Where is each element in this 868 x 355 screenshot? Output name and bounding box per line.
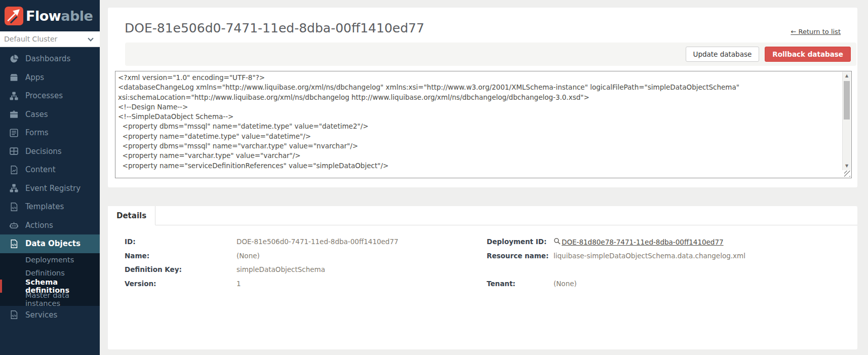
- sidebar-item-label: Content: [25, 165, 56, 174]
- return-to-list-link[interactable]: ← Return to list: [791, 28, 841, 35]
- pie-chart-icon: [9, 55, 19, 63]
- detail-label: Tenant:: [487, 280, 554, 288]
- detail-value: (None): [236, 252, 487, 260]
- detail-value: 1: [236, 280, 487, 288]
- deployment-id-text: DOE-81d80e78-7471-11ed-8dba-00ff1410ed77: [562, 238, 724, 246]
- logo-text-able: able: [61, 8, 93, 24]
- sitemap-icon: [9, 184, 19, 192]
- briefcase-icon: [9, 110, 19, 119]
- detail-label: Deployment ID:: [487, 238, 554, 246]
- magnifier-icon: [554, 238, 561, 246]
- sidebar-item-label: Decisions: [25, 147, 62, 156]
- detail-value: liquibase-simpleDataObjectSchema.data.ch…: [554, 252, 857, 260]
- sidebar-item-dashboards[interactable]: Dashboards: [0, 50, 100, 68]
- detail-label: Resource name:: [487, 252, 554, 260]
- sidebar-nav: DashboardsAppsProcessesCasesFormsDecisio…: [0, 47, 100, 324]
- sidebar-item-label: Dashboards: [25, 54, 70, 63]
- sidebar-item-label: Data Objects: [25, 239, 81, 248]
- update-database-button[interactable]: Update database: [686, 47, 760, 62]
- sidebar-item-data-objects[interactable]: Data Objects: [0, 234, 100, 253]
- logo[interactable]: Flowable: [0, 0, 100, 31]
- detail-label: ID:: [125, 238, 236, 246]
- file-chart-icon: [9, 166, 19, 174]
- detail-value: DOE-81d80e78-7471-11ed-8dba-00ff1410ed77: [554, 238, 857, 246]
- sidebar-item-processes[interactable]: Processes: [0, 87, 100, 105]
- scroll-down-icon[interactable]: ▼: [843, 163, 851, 170]
- sidebar-item-cases[interactable]: Cases: [0, 105, 100, 124]
- sidebar-item-label: Processes: [25, 91, 63, 100]
- sidebar-item-services[interactable]: Services: [0, 306, 100, 325]
- data-objects-submenu: DeploymentsDefinitionsSchema definitions…: [0, 253, 100, 306]
- flowable-logo-icon: [5, 7, 23, 25]
- detail-value: (None): [554, 280, 857, 288]
- sidebar-item-event-registry[interactable]: Event Registry: [0, 179, 100, 198]
- detail-label: Definition Key:: [125, 265, 236, 273]
- schema-xml-content: <?xml version="1.0" encoding="UTF-8"?> <…: [115, 71, 851, 172]
- cluster-select[interactable]: Default Cluster: [0, 31, 100, 47]
- logo-wordmark: Flowable: [26, 8, 93, 24]
- sidebar-item-label: Cases: [25, 110, 48, 119]
- sidebar-item-decisions[interactable]: Decisions: [0, 142, 100, 161]
- sidebar-subitem-label: Definitions: [25, 269, 65, 277]
- textarea-scrollbar[interactable]: ▲ ▼: [842, 72, 851, 170]
- sidebar-item-content[interactable]: Content: [0, 161, 100, 179]
- sidebar-item-label: Templates: [25, 202, 64, 211]
- details-grid: ID:DOE-81e506d0-7471-11ed-8dba-00ff1410e…: [108, 225, 857, 293]
- sidebar-item-forms[interactable]: Forms: [0, 124, 100, 142]
- sidebar: Flowable Default Cluster DashboardsAppsP…: [0, 0, 100, 355]
- deployment-id-link[interactable]: DOE-81d80e78-7471-11ed-8dba-00ff1410ed77: [554, 238, 724, 246]
- sidebar-subitem-label: Master data instances: [25, 291, 100, 307]
- detail-value: DOE-81e506d0-7471-11ed-8dba-00ff1410ed77: [236, 238, 487, 246]
- scroll-up-icon[interactable]: ▲: [843, 72, 851, 80]
- details-card: Details ID:DOE-81e506d0-7471-11ed-8dba-0…: [108, 206, 857, 349]
- tab-bar: Details: [108, 206, 857, 225]
- schema-xml-textarea[interactable]: <?xml version="1.0" encoding="UTF-8"?> <…: [115, 71, 852, 178]
- sidebar-item-label: Forms: [25, 128, 49, 137]
- scrollbar-thumb[interactable]: [844, 81, 850, 120]
- toolbar: Update database Rollback database: [125, 43, 856, 66]
- detail-value: simpleDataObjectSchema: [236, 265, 487, 273]
- file-code-icon: [9, 240, 19, 248]
- sidebar-item-label: Actions: [25, 221, 53, 230]
- sitemap-icon: [9, 92, 19, 100]
- sidebar-item-label: Apps: [25, 73, 44, 82]
- table-icon: [9, 147, 19, 155]
- sidebar-item-actions[interactable]: Actions: [0, 216, 100, 235]
- sidebar-subitem-master-data-instances[interactable]: Master data instances: [0, 293, 100, 306]
- sidebar-subitem-deployments[interactable]: Deployments: [0, 253, 100, 266]
- sidebar-item-label: Event Registry: [25, 184, 81, 193]
- cluster-select-value: Default Cluster: [4, 35, 57, 43]
- page-title: DOE-81e506d0-7471-11ed-8dba-00ff1410ed77: [125, 21, 424, 35]
- sidebar-item-templates[interactable]: Templates: [0, 198, 100, 216]
- rollback-database-button[interactable]: Rollback database: [765, 47, 851, 62]
- file-code-icon: [9, 310, 19, 319]
- schema-definition-card: DOE-81e506d0-7471-11ed-8dba-00ff1410ed77…: [108, 8, 857, 187]
- main-content: DOE-81e506d0-7471-11ed-8dba-00ff1410ed77…: [100, 0, 868, 355]
- logo-text-flow: Flow: [26, 8, 61, 24]
- textarea-resize-handle[interactable]: [844, 171, 850, 177]
- tab-details[interactable]: Details: [108, 206, 155, 225]
- detail-label: Name:: [125, 252, 236, 260]
- card-header: DOE-81e506d0-7471-11ed-8dba-00ff1410ed77…: [108, 8, 857, 35]
- chevron-down-icon: [88, 35, 93, 41]
- open-box-icon: [9, 73, 19, 82]
- sidebar-subitem-label: Deployments: [25, 256, 74, 264]
- file-code-icon: [9, 203, 19, 211]
- robot-icon: [9, 221, 19, 229]
- sidebar-item-label: Services: [25, 310, 57, 320]
- detail-label: Version:: [125, 280, 236, 288]
- form-icon: [9, 129, 19, 137]
- sidebar-item-apps[interactable]: Apps: [0, 68, 100, 87]
